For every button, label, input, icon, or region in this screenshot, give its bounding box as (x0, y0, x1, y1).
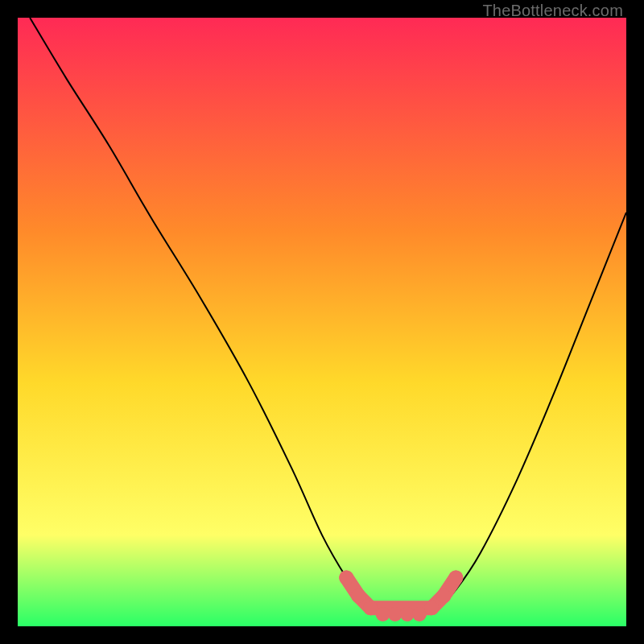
marker-dot (436, 588, 451, 603)
marker-dot (424, 601, 439, 615)
bottleneck-chart (18, 18, 626, 626)
marker-dot (339, 571, 353, 585)
chart-frame (18, 18, 626, 626)
marker-dot (448, 571, 463, 585)
marker-dot (351, 588, 365, 603)
